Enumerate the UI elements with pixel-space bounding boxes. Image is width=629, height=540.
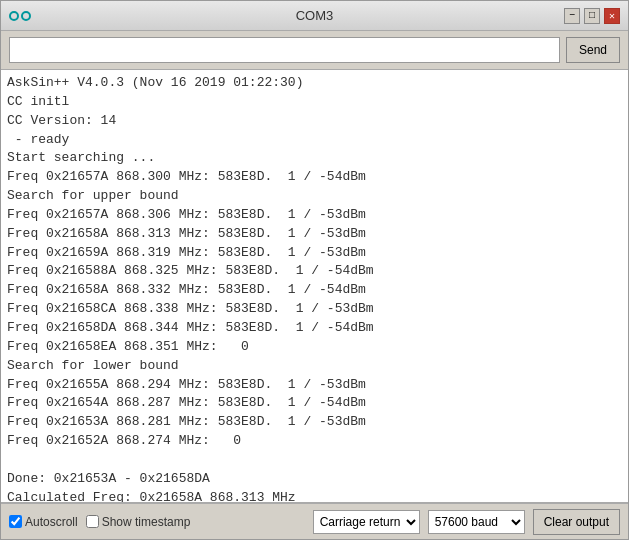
logo-circle-1	[9, 11, 19, 21]
line-ending-dropdown[interactable]: No line ending Newline Carriage return B…	[313, 510, 420, 534]
autoscroll-checkbox[interactable]	[9, 515, 22, 528]
send-input[interactable]	[9, 37, 560, 63]
close-button[interactable]: ✕	[604, 8, 620, 24]
show-timestamp-label[interactable]: Show timestamp	[86, 515, 191, 529]
arduino-logo	[9, 11, 31, 21]
toolbar: Send	[1, 31, 628, 70]
title-controls: − □ ✕	[564, 8, 620, 24]
clear-output-button[interactable]: Clear output	[533, 509, 620, 535]
maximize-button[interactable]: □	[584, 8, 600, 24]
window-title: COM3	[296, 8, 334, 23]
send-button[interactable]: Send	[566, 37, 620, 63]
title-bar: COM3 − □ ✕	[1, 1, 628, 31]
autoscroll-label[interactable]: Autoscroll	[9, 515, 78, 529]
minimize-button[interactable]: −	[564, 8, 580, 24]
autoscroll-text: Autoscroll	[25, 515, 78, 529]
show-timestamp-text: Show timestamp	[102, 515, 191, 529]
baud-rate-dropdown[interactable]: 300 baud 1200 baud 2400 baud 4800 baud 9…	[428, 510, 525, 534]
logo-circle-2	[21, 11, 31, 21]
status-bar: Autoscroll Show timestamp No line ending…	[1, 503, 628, 539]
window: COM3 − □ ✕ Send AskSin++ V4.0.3 (Nov 16 …	[0, 0, 629, 540]
console-text: AskSin++ V4.0.3 (Nov 16 2019 01:22:30) C…	[7, 74, 622, 503]
console-area: AskSin++ V4.0.3 (Nov 16 2019 01:22:30) C…	[1, 70, 628, 503]
show-timestamp-checkbox[interactable]	[86, 515, 99, 528]
